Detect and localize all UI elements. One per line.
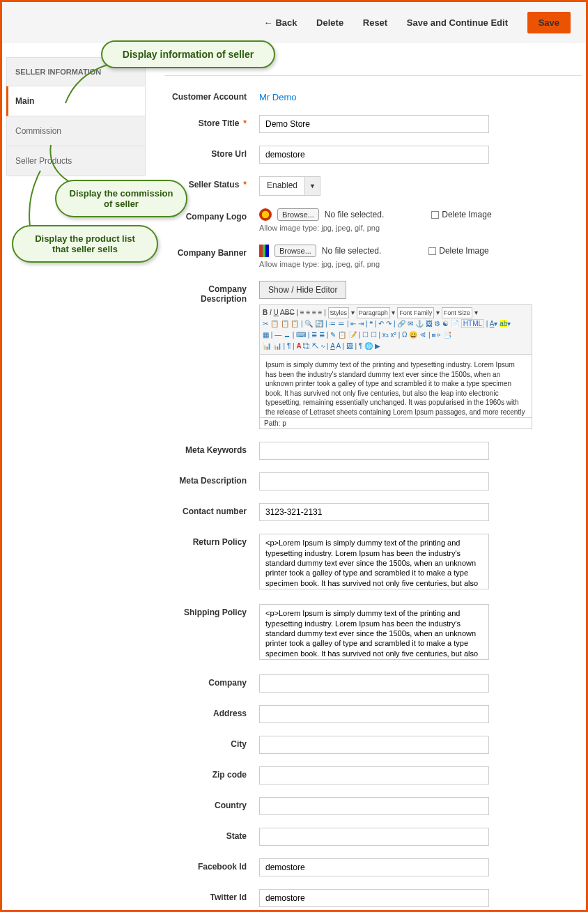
label-country: Country	[165, 797, 259, 810]
logo-thumbnail-icon	[259, 208, 272, 221]
banner-delete-checkbox[interactable]: Delete Image	[428, 246, 488, 256]
store-title-input[interactable]	[259, 115, 489, 133]
sidebar-tab-main[interactable]: Main	[6, 86, 146, 116]
banner-hint: Allow image type: jpg, jpeg, gif, png	[259, 260, 582, 268]
callout-commission: Display the commission of seller	[55, 180, 187, 217]
logo-browse-button[interactable]: Browse...	[277, 208, 319, 221]
top-action-bar: ←Back Delete Reset Save and Continue Edi…	[2, 2, 586, 43]
reset-button[interactable]: Reset	[363, 17, 387, 28]
logo-nofile-text: No file selected.	[325, 210, 384, 219]
wysiwyg-editor[interactable]: B I U ABC | ≡ ≡ ≡ ≡ | Styles ▾ Paragraph…	[259, 304, 532, 429]
font-size-dropdown[interactable]: Font Size	[442, 307, 472, 318]
back-arrow-icon: ←	[263, 17, 272, 28]
banner-thumbnail-icon	[259, 245, 269, 257]
shipping-policy-textarea[interactable]	[259, 604, 489, 660]
show-hide-editor-button[interactable]: Show / Hide Editor	[259, 281, 346, 299]
zip-input[interactable]	[259, 766, 489, 785]
label-city: City	[165, 736, 259, 749]
editor-toolbar[interactable]: B I U ABC | ≡ ≡ ≡ ≡ | Styles ▾ Paragraph…	[260, 305, 532, 355]
label-company: Company	[165, 674, 259, 688]
state-input[interactable]	[259, 828, 489, 846]
banner-browse-button[interactable]: Browse...	[274, 245, 316, 257]
label-state: State	[165, 828, 259, 841]
return-policy-textarea[interactable]	[259, 534, 489, 589]
sidebar-tab-commission[interactable]: Commission	[6, 116, 146, 146]
label-store-title: Store Title	[165, 115, 259, 128]
label-zip: Zip code	[165, 766, 259, 780]
banner-nofile-text: No file selected.	[322, 246, 381, 256]
back-button[interactable]: ←Back	[263, 17, 297, 28]
font-family-dropdown[interactable]: Font Family	[397, 307, 434, 318]
label-facebook: Facebook Id	[165, 858, 259, 872]
label-shipping-policy: Shipping Policy	[165, 604, 259, 617]
editor-path: Path: p	[260, 417, 532, 428]
label-company-description: Company Description	[165, 281, 259, 304]
delete-button[interactable]: Delete	[316, 17, 343, 28]
logo-hint: Allow image type: jpg, jpeg, gif, png	[259, 224, 582, 232]
label-company-banner: Company Banner	[165, 245, 259, 258]
label-contact-number: Contact number	[165, 503, 259, 516]
callout-seller-info: Display information of seller	[101, 40, 275, 68]
label-twitter: Twitter Id	[165, 889, 259, 902]
label-customer-account: Customer Account	[165, 88, 259, 102]
callout-product-list: Display the product list that seller sel…	[12, 225, 158, 263]
store-url-input[interactable]	[259, 146, 489, 164]
checkbox-icon	[428, 247, 436, 255]
chevron-down-icon: ▼	[304, 177, 320, 195]
seller-status-select[interactable]: Enabled ▼	[259, 176, 320, 196]
label-meta-keywords: Meta Keywords	[165, 442, 259, 455]
seller-status-value: Enabled	[260, 177, 304, 195]
save-continue-button[interactable]: Save and Continue Edit	[407, 17, 508, 28]
address-input[interactable]	[259, 705, 489, 723]
customer-account-link[interactable]: Mr Demo	[259, 88, 296, 102]
meta-description-input[interactable]	[259, 472, 489, 490]
facebook-input[interactable]	[259, 858, 489, 876]
label-return-policy: Return Policy	[165, 534, 259, 547]
twitter-input[interactable]	[259, 889, 489, 907]
contact-number-input[interactable]	[259, 503, 489, 521]
label-meta-description: Meta Description	[165, 472, 259, 486]
meta-keywords-input[interactable]	[259, 442, 489, 460]
company-input[interactable]	[259, 674, 489, 693]
logo-delete-checkbox[interactable]: Delete Image	[431, 210, 491, 219]
sidebar-tab-seller-products[interactable]: Seller Products	[6, 146, 146, 176]
styles-dropdown[interactable]: Styles	[328, 307, 350, 318]
label-address: Address	[165, 705, 259, 718]
main-form: News Information Customer Account Mr Dem…	[146, 57, 582, 912]
country-input[interactable]	[259, 797, 489, 815]
editor-content[interactable]: Ipsum is simply dummy text of the printi…	[260, 355, 532, 417]
city-input[interactable]	[259, 736, 489, 754]
paragraph-dropdown[interactable]: Paragraph	[357, 307, 390, 318]
checkbox-icon	[431, 211, 439, 219]
label-store-url: Store Url	[165, 146, 259, 159]
save-button[interactable]: Save	[527, 12, 571, 33]
